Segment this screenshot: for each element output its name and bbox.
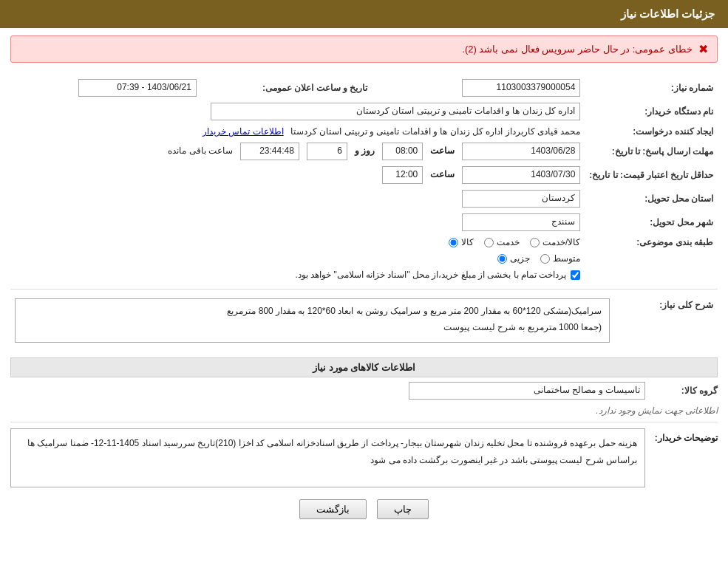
- tabaqe-radio-group: کالا خدمت کالا/خدمت: [449, 237, 580, 247]
- mohlat-remaining: 23:44:48: [240, 143, 299, 160]
- tabaqe-kalakhedmat-radio[interactable]: [530, 238, 540, 247]
- mohlat-remaining-label: ساعت باقی مانده: [168, 145, 233, 156]
- mohlat-cell: 1403/06/28 ساعت 08:00 روز و 6 23:44:48 س…: [10, 140, 585, 163]
- tabaqe-khedmat-label: خدمت: [497, 237, 520, 247]
- nam-dastgah-value: اداره کل زندان ها و اقدامات تامینی و ترب…: [211, 103, 580, 120]
- farayand-mota-item: متوسط: [540, 253, 580, 264]
- nam-dastgah-label: نام دستگاه خریدار:: [585, 100, 718, 123]
- error-icon: ✖: [698, 42, 708, 56]
- hadaghal-label: حداقل تاریخ اعتبار قیمت: تا تاریخ:: [585, 163, 718, 187]
- tarikh-cell: 1403/06/21 - 07:39: [10, 76, 201, 100]
- ittela-link[interactable]: اطلاعات تماس خریدار: [203, 126, 284, 137]
- separator-1: [10, 289, 718, 290]
- checkbox-label: پرداخت تمام با بخشی از مبلغ خرید،از محل …: [295, 270, 566, 280]
- shomare-niaz-cell: 1103003379000054: [394, 76, 585, 100]
- shahr-label: شهر محل تحویل:: [585, 210, 718, 234]
- goroh-row: گروه کالا: تاسیسات و مصالح ساختمانی: [10, 382, 718, 400]
- page-wrapper: جزئیات اطلاعات نیاز ✖ خطای عمومی: در حال…: [0, 0, 728, 565]
- farayand-jozii-label: جزیی: [510, 253, 530, 264]
- tawzih-label: توضیحات خریدار:: [651, 428, 718, 443]
- sherh-box: سرامیک(مشکی 120*60 به مقدار 200 متر مربع…: [15, 298, 610, 343]
- ijad-label: ایجاد کننده درخواست:: [585, 123, 718, 140]
- goroh-value: تاسیسات و مصالح ساختمانی: [409, 382, 645, 400]
- shahr-cell: سنندج: [10, 210, 585, 234]
- tabaqe-kala-item: کالا: [449, 237, 474, 247]
- tabaqe-kala-label: کالا: [461, 237, 474, 247]
- tarikh-label: تاریخ و ساعت اعلان عمومی:: [201, 76, 372, 100]
- tawzih-row: توضیحات خریدار: هزینه حمل برعهده فروشنده…: [10, 428, 718, 487]
- farayand-jozii-item: جزیی: [497, 253, 530, 264]
- kala-section-header: اطلاعات کالاهای مورد نیاز: [10, 357, 718, 377]
- shahr-value: سنندج: [462, 213, 580, 231]
- farayand-mota-radio[interactable]: [540, 254, 550, 264]
- mohlat-roz: 6: [307, 143, 347, 160]
- top-info-table: شماره نیاز: 1103003379000054 تاریخ و ساع…: [10, 76, 718, 283]
- tarikh-value: 1403/06/21 - 07:39: [78, 79, 197, 97]
- roz-label: روز و: [355, 145, 375, 156]
- tabaqe-kalakhedmat-label: کالا/خدمت: [542, 237, 580, 247]
- farayand-radio-group: جزیی متوسط: [497, 253, 580, 264]
- sherh-line2: (جمعا 1000 مترمربع به شرح لیست پیوست: [443, 322, 602, 332]
- hadaghal-date: 1403/07/30: [462, 166, 580, 184]
- tabaqe-label: طبقه بندی موضوعی:: [585, 234, 718, 250]
- mohlat-label: مهلت ارسال پاسخ: تا تاریخ:: [585, 140, 718, 163]
- page-header: جزئیات اطلاعات نیاز: [0, 0, 728, 28]
- sherh-label: شرح کلی نیاز:: [614, 295, 718, 352]
- checkbox-row: پرداخت تمام با بخشی از مبلغ خرید،از محل …: [15, 270, 580, 280]
- error-banner: ✖ خطای عمومی: در حال حاضر سرویس فعال نمی…: [10, 35, 718, 63]
- shomare-niaz-value: 1103003379000054: [462, 79, 580, 97]
- checkbox-cell: پرداخت تمام با بخشی از مبلغ خرید،از محل …: [10, 267, 585, 283]
- farayand-cell: جزیی متوسط: [10, 250, 585, 267]
- main-content: شماره نیاز: 1103003379000054 تاریخ و ساع…: [0, 70, 728, 534]
- saat-label: ساعت: [430, 145, 455, 156]
- tawzih-box: هزینه حمل برعهده فروشنده تا محل تخلیه زن…: [10, 428, 645, 487]
- separator-2: [10, 422, 718, 422]
- ostan-value: کردستان: [462, 190, 580, 208]
- farayand-label: [585, 250, 718, 267]
- sherh-table: شرح کلی نیاز: سرامیک(مشکی 120*60 به مقدا…: [10, 295, 718, 352]
- checkbox-spacer: [585, 267, 718, 283]
- sherh-line1: سرامیک(مشکی 120*60 به مقدار 200 متر مربع…: [227, 306, 602, 316]
- error-message: خطای عمومی: در حال حاضر سرویس فعال نمی ب…: [462, 44, 693, 55]
- ijad-cell: محمد قیادی کاربرداز اداره کل زندان ها و …: [10, 123, 585, 140]
- tabaqe-kala-radio[interactable]: [449, 238, 458, 247]
- shomare-niaz-label: شماره نیاز:: [585, 76, 718, 100]
- page-title: جزئیات اطلاعات نیاز: [621, 7, 715, 20]
- chap-button[interactable]: چاپ: [377, 499, 429, 519]
- nam-dastgah-cell: اداره کل زندان ها و اقدامات تامینی و ترب…: [10, 100, 585, 123]
- hadaghal-saat-label: ساعت: [430, 169, 455, 179]
- mohlat-saat: 08:00: [382, 143, 423, 160]
- ostan-label: استان محل تحویل:: [585, 187, 718, 210]
- khazan-checkbox[interactable]: [571, 270, 580, 280]
- tabaqe-khedmat-radio[interactable]: [484, 238, 494, 247]
- sherh-cell: سرامیک(مشکی 120*60 به مقدار 200 متر مربع…: [10, 295, 614, 352]
- hadaghal-cell: 1403/07/30 ساعت 12:00: [10, 163, 585, 187]
- bazgasht-button[interactable]: بازگشت: [299, 499, 367, 519]
- farayand-jozii-radio[interactable]: [497, 254, 507, 264]
- ostan-cell: کردستان: [10, 187, 585, 210]
- ijad-value: محمد قیادی کاربرداز اداره کل زندان ها و …: [290, 126, 580, 137]
- button-row: چاپ بازگشت: [10, 499, 718, 519]
- goroh-label: گروه کالا:: [651, 386, 718, 396]
- tabaqe-khedmat-item: خدمت: [484, 237, 520, 247]
- tawzih-value: هزینه حمل برعهده فروشنده تا محل تخلیه زن…: [27, 438, 637, 465]
- no-info: اطلاعاتی جهت نمایش وجود ندارد.: [10, 405, 718, 416]
- tabaqe-cell: کالا خدمت کالا/خدمت: [10, 234, 585, 250]
- farayand-mota-label: متوسط: [553, 253, 580, 264]
- tabaqe-kalakhedmat-item: کالا/خدمت: [530, 237, 580, 247]
- hadaghal-saat: 12:00: [382, 166, 423, 184]
- mohlat-date: 1403/06/28: [462, 143, 580, 160]
